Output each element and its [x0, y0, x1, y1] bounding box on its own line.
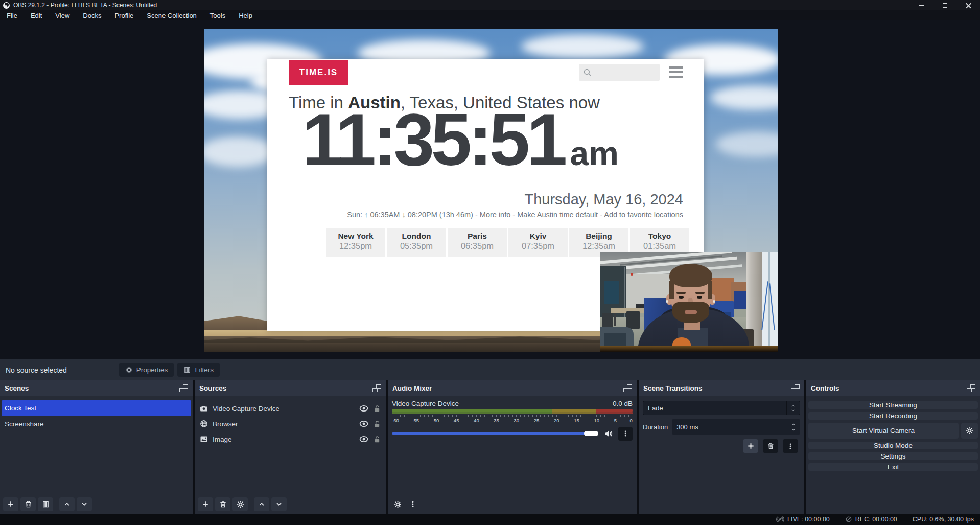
- timeis-logo[interactable]: TIME.IS: [289, 60, 348, 85]
- visibility-eye-icon[interactable]: [359, 405, 368, 412]
- sources-dock: Sources Video Capture Device Browser: [195, 380, 386, 514]
- date-line: Thursday, May 16, 2024: [524, 191, 683, 208]
- city-london[interactable]: London05:35pm: [387, 228, 446, 257]
- source-move-up-button[interactable]: [254, 497, 269, 511]
- sun-info-line: Sun: ↑ 06:35AM ↓ 08:20PM (13h 46m) - Mor…: [347, 211, 683, 219]
- transition-select-arrows[interactable]: [786, 401, 800, 415]
- start-streaming-button[interactable]: Start Streaming: [808, 401, 978, 409]
- preview-area: TIME.IS Time in Austin, Texas, United St…: [0, 20, 980, 359]
- transition-options-button[interactable]: [783, 439, 798, 453]
- mixer-options-button[interactable]: [406, 497, 419, 511]
- link-make-default[interactable]: Make Austin time default: [517, 211, 598, 219]
- title-bar: OBS 29.1.2 - Profile: LLHLS BETA - Scene…: [0, 0, 980, 10]
- close-button[interactable]: [956, 0, 980, 10]
- add-transition-button[interactable]: [743, 439, 758, 453]
- scene-move-down-button[interactable]: [77, 497, 92, 511]
- gear-icon: [125, 366, 133, 374]
- scene-filters-button[interactable]: [38, 497, 53, 511]
- minimize-icon: [919, 5, 924, 6]
- webcam-video-overlay[interactable]: [600, 252, 778, 352]
- obs-logo-icon: [3, 2, 10, 9]
- add-scene-button[interactable]: [3, 497, 18, 511]
- menu-profile[interactable]: Profile: [108, 10, 140, 20]
- controls-dock: Controls Start Streaming Start Recording…: [806, 380, 980, 514]
- program-canvas[interactable]: TIME.IS Time in Austin, Texas, United St…: [204, 29, 778, 352]
- lock-icon[interactable]: [373, 420, 381, 428]
- scene-item-screenshare[interactable]: Screenshare: [0, 416, 193, 432]
- remove-scene-button[interactable]: [20, 497, 36, 511]
- record-off-icon: [845, 516, 852, 523]
- source-move-down-button[interactable]: [271, 497, 287, 511]
- transitions-header: Scene Transitions: [639, 380, 804, 396]
- scene-move-up-button[interactable]: [59, 497, 75, 511]
- popout-icon: [372, 384, 381, 392]
- image-icon: [200, 435, 208, 443]
- city-paris[interactable]: Paris06:35pm: [448, 228, 507, 257]
- add-source-button[interactable]: [198, 497, 213, 511]
- rec-status: REC: 00:00:00: [845, 516, 897, 523]
- popout-icon: [791, 384, 800, 392]
- popout-icon: [623, 384, 632, 392]
- volume-slider[interactable]: [392, 432, 598, 435]
- menu-view[interactable]: View: [49, 10, 76, 20]
- source-item-browser[interactable]: Browser: [195, 416, 386, 431]
- advanced-audio-button[interactable]: [391, 497, 404, 511]
- menu-docks[interactable]: Docks: [76, 10, 108, 20]
- sources-toolbar: [195, 494, 386, 514]
- settings-button[interactable]: Settings: [808, 452, 978, 460]
- transition-select[interactable]: Fade: [643, 401, 800, 415]
- lock-icon[interactable]: [373, 436, 381, 443]
- menu-bar: File Edit View Docks Profile Scene Colle…: [0, 10, 980, 20]
- source-item-video-capture[interactable]: Video Capture Device: [195, 401, 386, 416]
- visibility-eye-icon[interactable]: [359, 436, 368, 443]
- exit-button[interactable]: Exit: [808, 463, 978, 471]
- status-bar: LIVE: 00:00:00 REC: 00:00:00 CPU: 0.6%, …: [0, 514, 980, 525]
- audio-mixer-dock: Audio Mixer Video Capture Device 0.0 dB …: [388, 380, 637, 514]
- search-input[interactable]: [579, 64, 660, 81]
- studio-mode-button[interactable]: Studio Mode: [808, 442, 978, 449]
- controls-header: Controls: [806, 380, 980, 396]
- speaker-icon[interactable]: [603, 429, 613, 438]
- channel-name: Video Capture Device: [392, 400, 459, 407]
- selected-source-toolbar: No source selected Properties Filters: [0, 359, 980, 380]
- popout-icon: [179, 384, 188, 392]
- mixer-toolbar: [388, 494, 637, 514]
- remove-source-button[interactable]: [215, 497, 230, 511]
- menu-tools[interactable]: Tools: [203, 10, 232, 20]
- duration-spinbox[interactable]: 300 ms: [672, 419, 800, 435]
- menu-file[interactable]: File: [0, 10, 24, 20]
- link-more-info[interactable]: More info: [480, 211, 510, 219]
- city-kyiv[interactable]: Kyiv07:35pm: [508, 228, 568, 257]
- link-add-favorite[interactable]: Add to favorite locations: [604, 211, 683, 219]
- menu-scene-collection[interactable]: Scene Collection: [140, 10, 203, 20]
- maximize-icon: [943, 3, 947, 8]
- meter-tick-labels: -60-55-50-45-40-35-30-25-20-15-10-50: [392, 418, 633, 423]
- source-item-image[interactable]: Image: [195, 431, 386, 447]
- filters-button[interactable]: Filters: [177, 363, 220, 377]
- minimize-button[interactable]: [909, 0, 933, 10]
- meter-tick-marks: [392, 415, 633, 417]
- volume-meter-right: [392, 412, 633, 414]
- menu-edit[interactable]: Edit: [24, 10, 49, 20]
- live-status: LIVE: 00:00:00: [776, 515, 830, 523]
- start-virtual-camera-button[interactable]: Start Virtual Camera: [808, 423, 959, 439]
- city-newyork[interactable]: New York12:35pm: [326, 228, 385, 257]
- source-properties-button[interactable]: [232, 497, 248, 511]
- channel-level: 0.0 dB: [613, 400, 633, 407]
- remove-transition-button[interactable]: [763, 439, 778, 453]
- lock-icon[interactable]: [373, 405, 381, 413]
- scenes-dock: Scenes Clock Test Screenshare: [0, 380, 193, 514]
- start-recording-button[interactable]: Start Recording: [808, 412, 978, 420]
- maximize-button[interactable]: [933, 0, 956, 10]
- visibility-eye-icon[interactable]: [359, 420, 368, 427]
- broadcast-off-icon: [776, 515, 784, 523]
- duration-arrows[interactable]: [787, 422, 800, 432]
- hamburger-menu-icon[interactable]: [669, 66, 683, 78]
- mixer-channel: Video Capture Device 0.0 dB -60-55-50-45…: [388, 396, 637, 440]
- properties-button[interactable]: Properties: [119, 363, 174, 377]
- virtual-camera-settings-button[interactable]: [961, 423, 978, 439]
- menu-help[interactable]: Help: [232, 10, 259, 20]
- channel-options-button[interactable]: [618, 427, 633, 441]
- volume-slider-handle[interactable]: [584, 431, 598, 436]
- scene-item-clock-test[interactable]: Clock Test: [2, 400, 191, 416]
